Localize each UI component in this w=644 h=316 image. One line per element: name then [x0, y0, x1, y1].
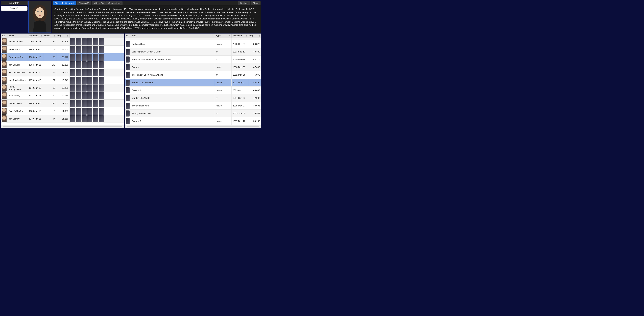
poster-thumb[interactable] — [93, 54, 98, 61]
actor-row[interactable]: Jim Belushi1954-Jun-1514820.238 — [1, 61, 124, 69]
poster-thumb[interactable] — [126, 80, 130, 86]
poster-thumb[interactable] — [126, 111, 130, 117]
poster-thumb[interactable] — [76, 46, 81, 53]
actor-row[interactable]: Neil Patrick Harris1973-Jun-1515715.543 — [1, 76, 124, 84]
poster-thumb[interactable] — [76, 69, 81, 76]
poster-thumb[interactable] — [82, 77, 86, 84]
poster-thumb[interactable] — [70, 38, 75, 45]
poster-thumb[interactable] — [87, 84, 92, 92]
poster-thumb[interactable] — [70, 115, 75, 122]
poster-thumb[interactable] — [82, 54, 86, 61]
actor-row[interactable]: Ezgi Eyüboğlu1988-Jun-15911.655 — [1, 107, 124, 115]
poster-thumb[interactable] — [76, 38, 81, 45]
poster-thumb[interactable] — [99, 69, 104, 76]
poster-thumb[interactable] — [126, 49, 130, 55]
credit-row[interactable]: Late Night with Conan O'Brientv1993-Sep-… — [125, 48, 261, 56]
actor-row[interactable]: Poppy Montgomery1972-Jun-153812.283 — [1, 84, 124, 92]
poster-thumb[interactable] — [82, 38, 86, 45]
credit-row[interactable]: Scream 2movie1997-Dec-1233.158 — [125, 117, 261, 125]
credit-row[interactable]: Bedtime Storiesmovie2008-Dec-2458.878 — [125, 40, 261, 48]
credits-count-header[interactable]: 78 — [125, 34, 131, 37]
poster-thumb[interactable] — [76, 108, 81, 115]
actors-grid-hscroll[interactable] — [1, 125, 124, 128]
poster-thumb[interactable] — [93, 108, 98, 115]
poster-thumb[interactable] — [87, 77, 92, 84]
credits-grid-body[interactable]: Bedtime Storiesmovie2008-Dec-2458.878Lat… — [125, 38, 261, 125]
poster-thumb[interactable] — [93, 69, 98, 76]
poster-thumb[interactable] — [70, 54, 75, 61]
poster-thumb[interactable] — [70, 61, 75, 68]
poster-thumb[interactable] — [87, 92, 92, 99]
poster-thumb[interactable] — [87, 108, 92, 115]
col-credit-pop[interactable]: Pop ▲▼ — [248, 34, 261, 37]
tab-videos[interactable]: Videos (#) — [92, 1, 106, 5]
poster-thumb[interactable] — [70, 100, 75, 107]
poster-thumb[interactable] — [99, 46, 104, 53]
poster-thumb[interactable] — [99, 100, 104, 107]
poster-thumb[interactable] — [82, 108, 86, 115]
poster-thumb[interactable] — [126, 56, 130, 63]
credit-row[interactable] — [125, 38, 261, 40]
poster-thumb[interactable] — [93, 77, 98, 84]
poster-thumb[interactable] — [126, 41, 130, 47]
poster-thumb[interactable] — [82, 61, 86, 68]
poster-thumb[interactable] — [93, 38, 98, 45]
poster-thumb[interactable] — [126, 95, 130, 101]
poster-thumb[interactable] — [70, 46, 75, 53]
poster-thumb[interactable] — [76, 77, 81, 84]
poster-thumb[interactable] — [70, 69, 75, 76]
poster-thumb[interactable] — [99, 38, 104, 45]
poster-thumb[interactable] — [99, 115, 104, 122]
poster-thumb[interactable] — [87, 38, 92, 45]
poster-thumb[interactable] — [93, 100, 98, 107]
poster-thumb[interactable] — [70, 108, 75, 115]
poster-thumb[interactable] — [76, 92, 81, 99]
poster-thumb[interactable] — [82, 69, 86, 76]
actor-row[interactable]: Helen Hunt1963-Jun-1510823.163 — [1, 46, 124, 53]
col-type[interactable]: Type ▲▼ — [215, 34, 232, 37]
about-button[interactable]: About — [251, 1, 260, 5]
poster-thumb[interactable] — [87, 115, 92, 122]
poster-thumb[interactable] — [99, 92, 104, 99]
poster-thumb[interactable] — [99, 77, 104, 84]
actor-row[interactable]: Elizabeth Reaser1975-Jun-154417.100 — [1, 69, 124, 76]
poster-thumb[interactable] — [87, 100, 92, 107]
poster-thumb[interactable] — [93, 92, 98, 99]
poster-thumb[interactable] — [93, 46, 98, 53]
poster-thumb[interactable] — [126, 103, 130, 109]
tab-connections[interactable]: Connections — [106, 1, 122, 5]
credit-row[interactable]: The Late Late Show with James Cordentv20… — [125, 56, 261, 63]
poster-thumb[interactable] — [87, 61, 92, 68]
poster-thumb[interactable] — [126, 118, 130, 124]
poster-thumb[interactable] — [70, 84, 75, 92]
actor-row[interactable]: Courteney Cox1964-Jun-157822.542 — [1, 53, 124, 61]
poster-thumb[interactable] — [99, 54, 104, 61]
settings-button[interactable]: Settings — [238, 1, 250, 5]
actor-row[interactable]: Jim Varney1949-Jun-154411.256 — [1, 115, 124, 123]
poster-thumb[interactable] — [87, 69, 92, 76]
actors-grid-body[interactable]: Sterling Jerins2004-Jun-151723.495Helen … — [1, 38, 124, 125]
poster-thumb[interactable] — [70, 92, 75, 99]
credit-row[interactable]: Scream 4movie2011-Apr-1143.693 — [125, 87, 261, 94]
credit-row[interactable]: Jimmy Kimmel Live!tv2003-Jan-2635.532 — [125, 110, 261, 117]
actor-row[interactable]: Jake Busey1971-Jun-158912.078 — [1, 92, 124, 100]
col-name[interactable]: Name ▲▼ — [8, 34, 28, 37]
actor-row[interactable]: Simon Callow1949-Jun-1512311.687 — [1, 100, 124, 107]
col-birthdate[interactable]: Birthdate ▲▼ — [28, 34, 43, 37]
col-pop[interactable]: Pop ▲▼ — [56, 34, 70, 37]
credit-row[interactable]: The Tonight Show with Jay Lenotv1992-May… — [125, 71, 261, 79]
poster-thumb[interactable] — [87, 54, 92, 61]
poster-thumb[interactable] — [82, 92, 86, 99]
credit-row[interactable]: Murder, She Wrotetv1984-Sep-3042.932 — [125, 94, 261, 102]
col-released[interactable]: Released ▲▼ — [232, 34, 248, 37]
actors-count-header[interactable]: 301 — [1, 34, 8, 37]
poster-thumb[interactable] — [76, 84, 81, 92]
poster-thumb[interactable] — [82, 100, 86, 107]
credit-row[interactable]: Friends: The Reunionmovie2021-May-2745.4… — [125, 79, 261, 87]
poster-thumb[interactable] — [99, 108, 104, 115]
col-roles[interactable]: Roles ▲▼ — [43, 34, 56, 37]
poster-thumb[interactable] — [99, 61, 104, 68]
poster-thumb[interactable] — [82, 115, 86, 122]
poster-thumb[interactable] — [70, 77, 75, 84]
tab-photos[interactable]: Photos (#) — [77, 1, 91, 5]
